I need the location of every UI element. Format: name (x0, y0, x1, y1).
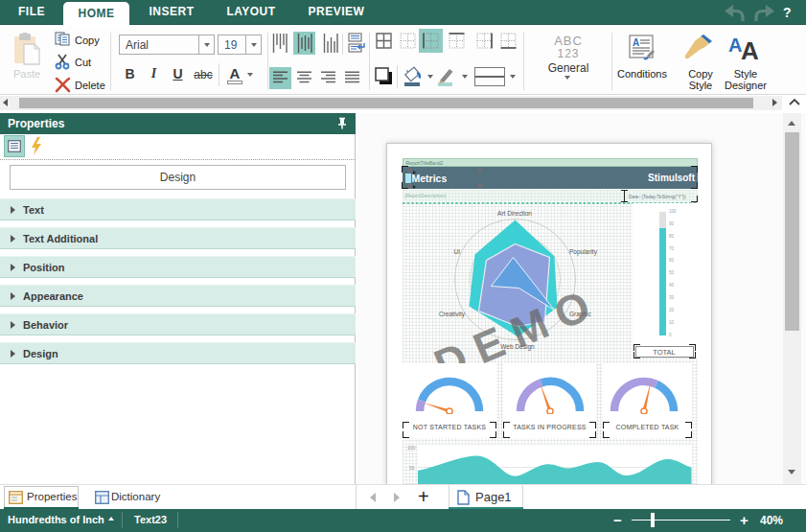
svg-text:Art Direction: Art Direction (497, 210, 532, 217)
svg-text:Popularity: Popularity (569, 248, 598, 256)
svg-text:A: A (633, 37, 639, 48)
svg-text:A: A (741, 36, 759, 63)
svg-text:UI: UI (454, 248, 461, 255)
svg-text:Creativity: Creativity (439, 311, 466, 318)
